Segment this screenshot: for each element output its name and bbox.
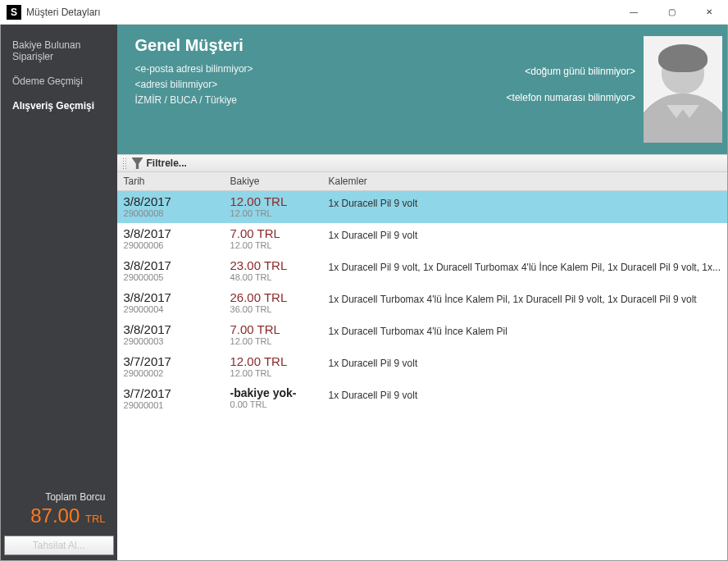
cell-items: 1x Duracell Pil 9 volt bbox=[329, 194, 721, 209]
cell-date: 3/8/201729000008 bbox=[124, 194, 230, 218]
app-logo: S bbox=[7, 5, 21, 20]
order-date: 3/7/2017 bbox=[124, 354, 230, 368]
cell-items: 1x Duracell Turbomax 4'lü İnce Kalem Pil bbox=[329, 322, 721, 337]
cell-date: 3/7/201729000002 bbox=[124, 354, 230, 378]
table-header: Tarih Bakiye Kalemler bbox=[117, 172, 727, 191]
order-number: 29000005 bbox=[124, 272, 230, 282]
order-number: 29000004 bbox=[124, 304, 230, 314]
filter-bar[interactable]: Filtrele... bbox=[117, 154, 727, 172]
order-number: 29000002 bbox=[124, 368, 230, 378]
titlebar: S Müşteri Detayları — ▢ ✕ bbox=[0, 0, 728, 25]
avatar-placeholder bbox=[644, 36, 722, 143]
total-debt-label: Toplam Borcu bbox=[45, 491, 116, 503]
toolbar-grip-icon bbox=[122, 157, 127, 169]
content: Genel Müşteri <e-posta adresi bilinmiyor… bbox=[117, 25, 727, 560]
cell-items: 1x Duracell Pil 9 volt bbox=[329, 226, 721, 241]
sidebar-item-shopping-history[interactable]: Alışveriş Geçmişi bbox=[1, 94, 117, 118]
order-date: 3/8/2017 bbox=[124, 226, 230, 240]
customer-location: İZMİR / BUCA / Türkiye bbox=[135, 93, 493, 108]
order-date: 3/8/2017 bbox=[124, 258, 230, 272]
order-balance: 12.00 TRL bbox=[230, 194, 329, 208]
avatar-body-icon bbox=[644, 94, 722, 143]
table-body: 3/8/20172900000812.00 TRL12.00 TRL1x Dur… bbox=[117, 191, 727, 560]
funnel-icon bbox=[132, 157, 143, 169]
order-balance: 26.00 TRL bbox=[230, 290, 329, 304]
order-balance: 7.00 TRL bbox=[230, 226, 329, 240]
cell-balance: 7.00 TRL12.00 TRL bbox=[230, 226, 329, 250]
order-date: 3/8/2017 bbox=[124, 290, 230, 304]
order-balance: 12.00 TRL bbox=[230, 354, 329, 368]
order-number: 29000001 bbox=[124, 400, 230, 410]
order-balance: 23.00 TRL bbox=[230, 258, 329, 272]
cell-date: 3/8/201729000004 bbox=[124, 290, 230, 314]
order-total: 12.00 TRL bbox=[230, 208, 329, 218]
order-total: 12.00 TRL bbox=[230, 336, 329, 346]
cell-items: 1x Duracell Pil 9 volt bbox=[329, 386, 721, 401]
table-row[interactable]: 3/7/201729000001-bakiye yok-0.00 TRL1x D… bbox=[117, 383, 727, 415]
cell-balance: 7.00 TRL12.00 TRL bbox=[230, 322, 329, 346]
filter-label: Filtrele... bbox=[147, 157, 187, 169]
column-items[interactable]: Kalemler bbox=[322, 172, 727, 190]
minimize-button[interactable]: — bbox=[615, 0, 653, 25]
close-button[interactable]: ✕ bbox=[690, 0, 728, 25]
avatar-collar-icon bbox=[680, 105, 699, 118]
order-total: 36.00 TRL bbox=[230, 304, 329, 314]
table-row[interactable]: 3/8/20172900000523.00 TRL48.00 TRL1x Dur… bbox=[117, 255, 727, 287]
cell-date: 3/7/201729000001 bbox=[124, 386, 230, 410]
sidebar: Bakiye Bulunan Siparişler Ödeme Geçmişi … bbox=[1, 25, 117, 560]
total-debt-currency: TRL bbox=[85, 513, 106, 525]
order-total: 12.00 TRL bbox=[230, 240, 329, 250]
customer-phone: <telefon numarası bilinmiyor> bbox=[507, 92, 635, 103]
customer-birthday: <doğum günü bilinmiyor> bbox=[525, 66, 635, 77]
customer-email: <e-posta adresi bilinmiyor> bbox=[135, 62, 493, 77]
order-number: 29000006 bbox=[124, 240, 230, 250]
cell-date: 3/8/201729000005 bbox=[124, 258, 230, 282]
sidebar-item-balance-orders[interactable]: Bakiye Bulunan Siparişler bbox=[1, 25, 117, 69]
order-total: 0.00 TRL bbox=[230, 399, 329, 409]
table-row[interactable]: 3/7/20172900000212.00 TRL12.00 TRL1x Dur… bbox=[117, 351, 727, 383]
sidebar-item-payment-history[interactable]: Ödeme Geçmişi bbox=[1, 69, 117, 94]
cell-balance: 12.00 TRL12.00 TRL bbox=[230, 354, 329, 378]
collect-payment-button[interactable]: Tahsilat Al... bbox=[4, 536, 114, 555]
table-row[interactable]: 3/8/20172900000812.00 TRL12.00 TRL1x Dur… bbox=[117, 191, 727, 223]
customer-address: <adresi bilinmiyor> bbox=[135, 77, 493, 93]
window-title: Müşteri Detayları bbox=[26, 7, 101, 18]
table-row[interactable]: 3/8/2017290000037.00 TRL12.00 TRL1x Dura… bbox=[117, 319, 727, 351]
order-date: 3/7/2017 bbox=[124, 386, 230, 400]
order-date: 3/8/2017 bbox=[124, 194, 230, 208]
order-balance: 7.00 TRL bbox=[230, 322, 329, 336]
table-row[interactable]: 3/8/2017290000067.00 TRL12.00 TRL1x Dura… bbox=[117, 223, 727, 255]
cell-items: 1x Duracell Pil 9 volt bbox=[329, 354, 721, 369]
cell-date: 3/8/201729000006 bbox=[124, 226, 230, 250]
column-date[interactable]: Tarih bbox=[117, 172, 224, 190]
order-balance: -bakiye yok- bbox=[230, 386, 329, 399]
customer-header: Genel Müşteri <e-posta adresi bilinmiyor… bbox=[117, 25, 727, 154]
cell-date: 3/8/201729000003 bbox=[124, 322, 230, 346]
order-total: 12.00 TRL bbox=[230, 368, 329, 378]
column-balance[interactable]: Bakiye bbox=[224, 172, 322, 190]
customer-name: Genel Müşteri bbox=[135, 36, 493, 55]
maximize-button[interactable]: ▢ bbox=[653, 0, 690, 25]
total-debt-value: 87.00 TRL bbox=[30, 504, 116, 527]
order-total: 48.00 TRL bbox=[230, 272, 329, 282]
cell-balance: 26.00 TRL36.00 TRL bbox=[230, 290, 329, 314]
order-date: 3/8/2017 bbox=[124, 322, 230, 336]
table-row[interactable]: 3/8/20172900000426.00 TRL36.00 TRL1x Dur… bbox=[117, 287, 727, 319]
cell-items: 1x Duracell Pil 9 volt, 1x Duracell Turb… bbox=[329, 258, 721, 273]
cell-balance: 23.00 TRL48.00 TRL bbox=[230, 258, 329, 282]
avatar-hair-icon bbox=[658, 44, 708, 72]
order-number: 29000003 bbox=[124, 336, 230, 346]
cell-balance: -bakiye yok-0.00 TRL bbox=[230, 386, 329, 409]
total-debt-amount: 87.00 bbox=[30, 504, 80, 527]
order-number: 29000008 bbox=[124, 208, 230, 218]
cell-items: 1x Duracell Turbomax 4'lü İnce Kalem Pil… bbox=[329, 290, 721, 305]
cell-balance: 12.00 TRL12.00 TRL bbox=[230, 194, 329, 218]
